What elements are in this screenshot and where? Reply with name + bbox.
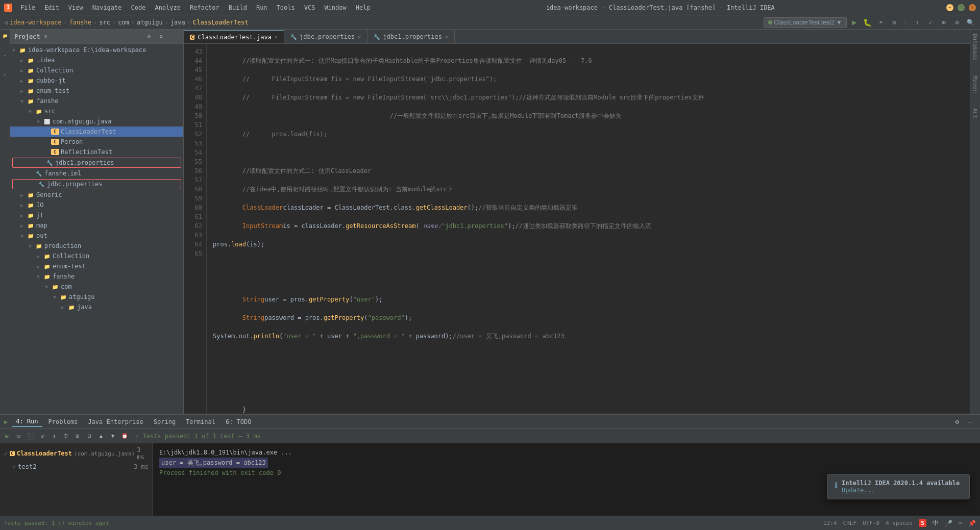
tree-fanshe[interactable]: ▼ 📁 fanshe — [10, 96, 183, 106]
tree-io[interactable]: ▶ 📁 IO — [10, 200, 183, 210]
close-button[interactable]: ✕ — [969, 4, 976, 11]
breadcrumb-atguigu[interactable]: atguigu — [137, 19, 163, 26]
tree-src[interactable]: ▼ 📁 src — [10, 106, 183, 116]
maximize-button[interactable]: □ — [958, 4, 965, 11]
run-tab[interactable]: 4: Run — [12, 417, 42, 427]
problems-tab[interactable]: Problems — [44, 417, 82, 426]
breadcrumb-current[interactable]: ClassLoaderTest — [193, 19, 248, 26]
breadcrumb-src[interactable]: src — [99, 19, 110, 26]
vcs-update-button[interactable]: ↑ — [912, 17, 923, 28]
tab-jdbc-props[interactable]: 🔧 jdbc.properties ✕ — [284, 30, 368, 43]
rerun-button[interactable]: ▶ — [2, 431, 12, 441]
tree-root[interactable]: ▼ 📁 idea-workspace E:\idea-workspace — [10, 45, 183, 55]
tree-out[interactable]: ▼ 📁 out — [10, 231, 183, 241]
menu-build[interactable]: Build — [225, 3, 251, 12]
menu-view[interactable]: View — [64, 3, 87, 12]
sort-alpha-button[interactable]: ↕ — [49, 431, 59, 441]
ime-zh-icon[interactable]: 中 — [933, 519, 939, 527]
maven-panel-tab[interactable]: Maven — [971, 74, 979, 95]
run-config-selector[interactable]: ClassLoaderTest.test2 ▼ — [764, 17, 847, 28]
spring-tab[interactable]: Spring — [150, 417, 180, 426]
menu-window[interactable]: Window — [320, 3, 350, 12]
tree-package[interactable]: ▼ ⬜ com.atguigu.java — [10, 116, 183, 127]
minimize-button[interactable]: ─ — [946, 4, 953, 11]
indent-style[interactable]: 4 spaces — [886, 520, 913, 526]
stop-button[interactable]: ⬛ — [26, 431, 36, 441]
menu-navigate[interactable]: Navigate — [88, 3, 126, 12]
code-content[interactable]: //读取配置文件的方式一: 使用Map接口集合的子类Hashtable的子类Pr… — [207, 44, 970, 414]
menu-help[interactable]: Help — [352, 3, 375, 12]
tree-out-atguigu[interactable]: ▼ 📁 atguigu — [10, 292, 183, 302]
keyboard-icon[interactable]: ⌨ — [959, 520, 962, 527]
tree-out-enum[interactable]: ▶ 📁 enum-test — [10, 261, 183, 271]
settings-button[interactable]: ⚙ — [951, 17, 963, 28]
sort-duration-button[interactable]: ⏱ — [61, 431, 71, 441]
panel-collapse-icon[interactable]: — — [168, 31, 179, 42]
menu-run[interactable]: Run — [252, 3, 272, 12]
back-icon[interactable]: ◁ — [4, 19, 8, 26]
tab-jdbc1-props-close[interactable]: ✕ — [445, 34, 448, 40]
tree-out-collection[interactable]: ▶ 📁 Collection — [10, 251, 183, 261]
todo-tab[interactable]: 6: TODO — [222, 417, 256, 426]
tree-classloadertest[interactable]: C ClassLoaderTest — [10, 127, 183, 137]
tab-classloadertest-close[interactable]: ✕ — [275, 34, 278, 40]
tab-classloadertest[interactable]: C ClassLoaderTest.java ✕ — [184, 30, 284, 43]
menu-code[interactable]: Code — [127, 3, 150, 12]
tree-production[interactable]: ▼ 📁 production — [10, 241, 183, 251]
project-structure-button[interactable]: ⊞ — [938, 17, 949, 28]
menu-edit[interactable]: Edit — [40, 3, 63, 12]
breadcrumb-java[interactable]: java — [170, 19, 185, 26]
tree-out-com[interactable]: ▼ 📁 com — [10, 282, 183, 292]
tree-reflectiontest[interactable]: C ReflectionTest — [10, 147, 183, 157]
collapse-all-button[interactable]: ⊟ — [84, 431, 94, 441]
favorites-toggle[interactable]: ★ — [1, 51, 9, 59]
tree-out-fanshe[interactable]: ▼ 📁 fanshe — [10, 271, 183, 282]
terminal-tab[interactable]: Terminal — [182, 417, 219, 426]
breadcrumb-fanshe[interactable]: fanshe — [69, 19, 91, 26]
rerun-failed-button[interactable]: ↺ — [37, 431, 47, 441]
search-everywhere-button[interactable]: 🔍 — [965, 17, 976, 28]
panel-settings-icon[interactable]: ⚙ — [156, 31, 167, 42]
tree-idea[interactable]: ▶ 📁 .idea — [10, 55, 183, 65]
test-check-button[interactable]: ☑ — [14, 431, 24, 441]
structure-toggle[interactable]: ≡ — [1, 70, 9, 79]
next-failed-button[interactable]: ▼ — [108, 431, 118, 441]
pin-icon[interactable]: 📌 — [968, 520, 976, 527]
breadcrumb-com[interactable]: com — [118, 19, 129, 26]
file-encoding[interactable]: UTF-8 — [863, 520, 879, 526]
java-enterprise-tab[interactable]: Java Enterprise — [84, 417, 147, 426]
tree-enum-test[interactable]: ▶ 📁 enum-test — [10, 86, 183, 96]
tree-collection[interactable]: ▶ 📁 Collection — [10, 65, 183, 75]
run-tree-class[interactable]: ✓ C ClassLoaderTest (com.atguigu.java) 3… — [2, 445, 151, 462]
tree-map[interactable]: ▶ 📁 map — [10, 220, 183, 231]
cursor-position[interactable]: 12:4 — [823, 520, 837, 526]
tree-out-java[interactable]: ▶ 📁 java — [10, 302, 183, 312]
database-panel-tab[interactable]: Database — [971, 32, 979, 63]
notification-update-link[interactable]: Update... — [842, 487, 962, 494]
run-tree-method[interactable]: ✓ test2 3 ms — [2, 462, 151, 472]
tree-jt[interactable]: ▶ 📁 jt — [10, 210, 183, 220]
tree-jdbc-props[interactable]: 🔧 jdbc.properties — [12, 179, 181, 189]
tree-person[interactable]: C Person — [10, 137, 183, 147]
menu-vcs[interactable]: VCS — [300, 3, 320, 12]
breadcrumb-workspace[interactable]: idea-workspace — [10, 19, 61, 26]
line-separator[interactable]: CRLF — [843, 520, 857, 526]
tab-jdbc1-props[interactable]: 🔧 jdbc1.properties ✕ — [368, 30, 455, 43]
menu-analyze[interactable]: Analyze — [151, 3, 185, 12]
code-area[interactable]: 4344454647 4849505152 5354555657 5859606… — [184, 44, 970, 414]
run-button[interactable]: ▶ — [849, 17, 860, 28]
debug-button[interactable]: 🐛 — [862, 17, 873, 28]
ant-panel-tab[interactable]: Ant — [971, 106, 979, 120]
tree-dubbo-jt[interactable]: ▶ 📁 dubbo-jt — [10, 75, 183, 86]
more-run-options[interactable]: ⚙ — [889, 17, 900, 28]
project-panel-toggle[interactable]: 📁 — [1, 32, 9, 40]
prev-failed-button[interactable]: ▲ — [96, 431, 106, 441]
menu-refactor[interactable]: Refactor — [186, 3, 224, 12]
history-button[interactable]: ⏰ — [119, 431, 130, 441]
settings-icon[interactable]: ⚙ — [951, 416, 963, 427]
tree-generic[interactable]: ▶ 📁 Generic — [10, 190, 183, 200]
tab-jdbc-props-close[interactable]: ✕ — [358, 34, 361, 40]
panel-dropdown-icon[interactable]: ▼ — [44, 34, 47, 39]
menu-file[interactable]: File — [16, 3, 39, 12]
vcs-commit-button[interactable]: ✓ — [925, 17, 936, 28]
